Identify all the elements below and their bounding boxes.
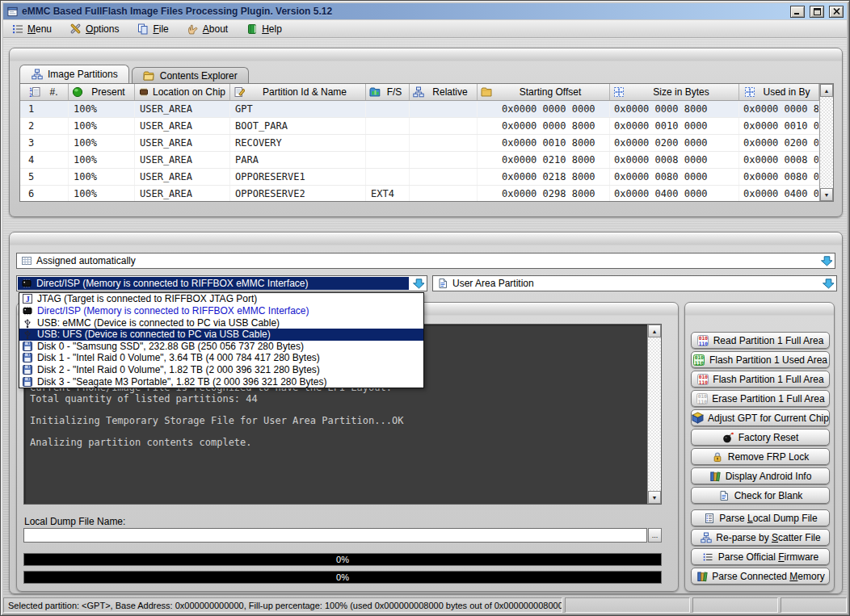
action-factory-reset[interactable]: Factory Reset [691, 429, 830, 446]
tab-label: Image Partitions [48, 69, 118, 80]
cell-size: 0x0000 0000 8000 [610, 101, 739, 117]
progress-value: 0% [336, 555, 349, 564]
dump-file-input[interactable] [23, 528, 647, 543]
disk-icon [21, 352, 33, 364]
scrollbar-track[interactable] [648, 337, 661, 491]
dump-file-row: ... [23, 528, 662, 543]
partition-combobox-value: User Area Partition [452, 278, 534, 289]
scroll-up-icon[interactable]: ▲ [820, 84, 833, 97]
scroll-down-icon[interactable]: ▼ [648, 491, 661, 504]
svg-text:1: 1 [29, 86, 32, 92]
action-display-android-info[interactable]: Display Android Info [691, 467, 830, 484]
action-flash-partition-1-used-area[interactable]: 010110Flash Partition 1 Used Area [691, 351, 830, 368]
dropdown-item[interactable]: USB: eMMC (Device is connected to PC via… [19, 316, 423, 329]
dump-file-label: Local Dump File Name: [24, 516, 125, 527]
dropdown-item[interactable]: Disk 1 - "Intel Raid 0 Volume", 3.64 TB … [19, 352, 423, 364]
chevron-down-icon[interactable] [413, 279, 425, 289]
scrollbar-track[interactable] [820, 97, 833, 188]
cell-used: 0x0000 0000 8 [739, 101, 819, 117]
cell-used: 0x0000 0010 0 [739, 118, 819, 134]
cell-start: 0x0000 0210 8000 [478, 152, 610, 168]
column-label: Partition Id & Name [246, 86, 363, 98]
action-parse-connected-memory[interactable]: Parse Connected Memory [691, 568, 830, 585]
column-header-present[interactable]: Present [69, 84, 135, 100]
column-header-relative[interactable]: Relative [410, 84, 478, 100]
tab-image-partitions[interactable]: Image Partitions [19, 65, 129, 83]
menu-item-help[interactable]: Help [246, 23, 282, 35]
dropdown-item[interactable]: Direct/ISP (Memory is connected to RIFFB… [19, 305, 423, 317]
usb-icon [21, 329, 33, 341]
table-row[interactable]: 5100%USER_AREAOPPORESERVE10x0000 0218 80… [20, 169, 819, 186]
button-label: Flash Partition 1 Full Area [713, 374, 823, 385]
action-read-partition-1-full-area[interactable]: 010110Read Partition 1 Full Area [691, 332, 830, 349]
action-flash-partition-1-full-area[interactable]: 010110Flash Partition 1 Full Area [691, 371, 830, 388]
cell-relative [410, 169, 478, 185]
dropdown-item[interactable]: Disk 2 - "Intel Raid 0 Volume", 1.82 TB … [19, 364, 423, 376]
column-header-location-on-chip[interactable]: Location on Chip [135, 84, 230, 100]
table-row[interactable]: 3100%USER_AREARECOVERY0x0000 0010 80000x… [20, 135, 819, 152]
usb-icon [21, 316, 33, 329]
fs-folder-icon [368, 86, 381, 98]
column-header-f-s[interactable]: F/S [366, 84, 410, 100]
progress-bar-1: 0% [23, 553, 662, 566]
chevron-down-icon[interactable] [823, 279, 835, 289]
svg-text:2: 2 [29, 92, 32, 98]
table-row[interactable]: 6100%USER_AREAOPPORESERVE2EXT40x0000 029… [20, 186, 819, 202]
dropdown-item[interactable]: Disk 3 - "Seagate M3 Portable", 1.82 TB … [19, 375, 423, 388]
action-erase-partition-1-full-area[interactable]: 010110Erase Partition 1 Full Area [691, 390, 830, 407]
button-label: Parse Official Firmware [718, 551, 819, 563]
assignment-combobox[interactable]: Assigned automatically [16, 253, 835, 269]
window-title: eMMC Based FullFlash Image Files Process… [22, 6, 785, 17]
cell-location: USER_AREA [135, 186, 230, 202]
cell-start: 0x0000 0000 0000 [478, 101, 610, 117]
svg-text:110: 110 [699, 340, 708, 346]
column-header-partition-id-name[interactable]: Partition Id & Name [230, 84, 366, 100]
cell-start: 0x0000 0218 8000 [478, 169, 610, 185]
dropdown-item[interactable]: Disk 0 - "Samsung SSD", 232.88 GB (250 0… [19, 341, 423, 353]
close-button[interactable] [829, 6, 844, 18]
lock-icon [712, 450, 724, 463]
action-remove-frp-lock[interactable]: Remove FRP Lock [691, 448, 830, 465]
table-row[interactable]: 4100%USER_AREAPARA0x0000 0210 80000x0000… [20, 152, 819, 169]
table-row[interactable]: 2100%USER_AREABOOT_PARA0x0000 0000 80000… [20, 118, 819, 135]
action-parse-official-firmware[interactable]: Parse Official Firmware [691, 548, 830, 565]
partition-combobox[interactable]: User Area Partition [432, 275, 837, 291]
menu-item-menu[interactable]: Menu [11, 23, 52, 35]
menu-item-file[interactable]: File [137, 23, 168, 35]
cell-fs: EXT4 [366, 186, 410, 202]
menu-item-about[interactable]: About [187, 23, 228, 35]
dropdown-item-label: USB: UFS (Device is connected to PC via … [37, 329, 271, 340]
column-header-used-in-by[interactable]: Used in By [739, 84, 819, 100]
column-label: Starting Offset [494, 86, 607, 98]
cell-size: 0x0000 0080 0000 [610, 169, 739, 185]
browse-button[interactable]: ... [648, 528, 662, 543]
action-check-for-blank[interactable]: Check for Blank [691, 487, 830, 504]
cell-num: 3 [20, 135, 69, 151]
action-re-parse-by-scatter-file[interactable]: Re-parse by Scatter File [691, 529, 830, 546]
scroll-down-icon[interactable]: ▼ [820, 188, 833, 201]
action-adjust-gpt-for-current-chip[interactable]: Adjust GPT for Current Chip [691, 409, 830, 426]
status-text: Selected partition: <GPT>, Base Address:… [3, 597, 562, 613]
button-label: Remove FRP Lock [728, 451, 809, 463]
log-scrollbar[interactable]: ▲ ▼ [647, 325, 661, 504]
column-header-num[interactable]: 12#. [20, 84, 69, 100]
minimize-button[interactable] [790, 6, 805, 18]
action-parse-local-dump-file[interactable]: Parse Local Dump File [691, 509, 830, 526]
scroll-up-icon[interactable]: ▲ [648, 325, 661, 337]
interface-combobox[interactable]: Direct/ISP (Memory is connected to RIFFB… [16, 275, 427, 291]
table-row[interactable]: 1100%USER_AREAGPT0x0000 0000 00000x0000 … [20, 101, 819, 118]
menu-item-options[interactable]: Options [69, 23, 119, 35]
dropdown-item[interactable]: USB: UFS (Device is connected to PC via … [19, 329, 423, 341]
disk-icon [21, 341, 33, 353]
dropdown-item[interactable]: JJTAG (Target is connected to RIFFBOX JT… [19, 293, 423, 305]
progress-bar-2: 0% [23, 571, 662, 584]
tab-contents-explorer[interactable]: Contents Explorer [132, 67, 249, 83]
table-scrollbar[interactable]: ▲ ▼ [819, 84, 833, 201]
button-label: Flash Partition 1 Used Area [709, 354, 827, 366]
chevron-down-icon[interactable] [821, 256, 833, 266]
maximize-button[interactable] [810, 6, 824, 18]
log-text: Current Phone/Image File is recognized t… [30, 383, 642, 448]
column-header-starting-offset[interactable]: Starting Offset [478, 84, 610, 100]
column-header-size-in-bytes[interactable]: Size in Bytes [610, 84, 739, 100]
cell-relative [410, 118, 478, 134]
